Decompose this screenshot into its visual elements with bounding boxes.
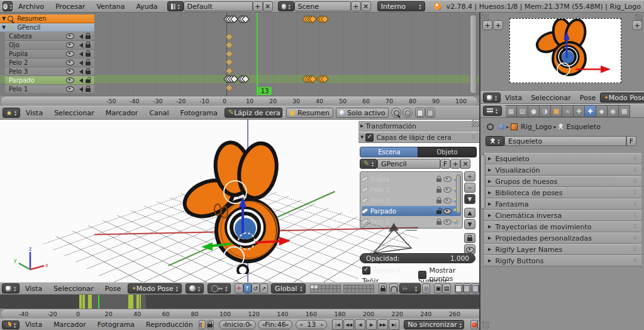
- visibility-eye-icon[interactable]: [66, 69, 74, 74]
- mute-speaker-icon[interactable]: [77, 52, 83, 57]
- tab-scene[interactable]: ●: [528, 105, 540, 117]
- panel-drag-dots[interactable]: ⠿: [633, 235, 638, 241]
- screen-layout-icon-button[interactable]: [167, 1, 184, 11]
- menu-archivo[interactable]: Archivo: [18, 3, 44, 11]
- panel-esqueleto[interactable]: ▶Esqueleto⠿: [484, 153, 641, 164]
- tab-modifiers[interactable]: ✚: [574, 105, 585, 117]
- visibility-eye-icon[interactable]: [66, 33, 74, 39]
- viewport-shading-select[interactable]: [186, 283, 204, 293]
- panel-visualizacion[interactable]: ▶Visualización⠿: [484, 164, 641, 176]
- expand-triangle-icon[interactable]: ▼: [2, 25, 6, 30]
- copy-keyframes-button[interactable]: [415, 108, 425, 118]
- panel-rigify-buttons[interactable]: ▶Rigify Buttons⠿: [484, 255, 641, 266]
- panel-trayectorias-de-movimiento[interactable]: ▶Trayectorias de movimiento⠿: [484, 221, 641, 232]
- add-layout-button[interactable]: +: [253, 1, 263, 11]
- menu-ayuda[interactable]: Ayuda: [136, 3, 158, 11]
- mute-speaker-icon[interactable]: [77, 60, 83, 65]
- scene-name-field[interactable]: Scene: [294, 1, 351, 11]
- armature-name-field[interactable]: Esqueleto: [504, 136, 626, 146]
- properties-scrollbar[interactable]: [480, 154, 486, 209]
- lock-icon[interactable]: [86, 53, 91, 57]
- expand-region-button-2[interactable]: +: [493, 20, 503, 30]
- increment-arrow-icon[interactable]: ▸: [321, 322, 323, 327]
- channel-ojo[interactable]: Ojo: [5, 41, 94, 50]
- mute-speaker-icon[interactable]: [77, 43, 83, 48]
- panel-drag-dots[interactable]: ⠿: [633, 258, 638, 264]
- channel-parpado[interactable]: Parpado: [5, 76, 94, 85]
- gpencil-layer-list[interactable]: Pupila Pelo 2 Pelo 3 Parpado Pelo 1: [360, 171, 463, 229]
- region-corner-handle[interactable]: [635, 14, 643, 21]
- menu-marcador[interactable]: Marcador: [53, 321, 86, 329]
- sync-mode-select[interactable]: No sincronizar: [404, 320, 464, 329]
- channel-gpencil[interactable]: ▼ GPencil: [0, 23, 94, 32]
- toggle-only-active-button[interactable]: Solo activo: [336, 108, 389, 118]
- snap-toggle-button[interactable]: [389, 283, 397, 293]
- panel-biblioteca-de-poses[interactable]: ▶Biblioteca de poses⠿: [484, 187, 641, 198]
- decrement-arrow-icon[interactable]: ◂: [299, 322, 302, 327]
- menu-seleccionar[interactable]: Seleccionar: [531, 94, 571, 102]
- panel-drag-dots[interactable]: ⠿: [633, 212, 638, 219]
- menu-seleccionar[interactable]: Seleccionar: [53, 285, 94, 293]
- add-layer-button[interactable]: +: [464, 171, 475, 181]
- pin-icon[interactable]: [487, 123, 494, 130]
- editor-type-button-timeline[interactable]: [2, 321, 19, 329]
- breadcrumb-object-name[interactable]: Rig_Logo: [521, 123, 552, 131]
- pivot-center-select[interactable]: ↔: [208, 283, 231, 293]
- render-opengl-anim-button[interactable]: ▤: [442, 283, 450, 293]
- menu-procesar[interactable]: Procesar: [55, 3, 85, 11]
- move-layer-up-button[interactable]: ▲: [464, 208, 475, 218]
- render-engine-select[interactable]: Interno: [377, 1, 425, 11]
- viewport-3d[interactable]: z x y ▶ Transformación ⠿ ▼ Capas de lápi…: [0, 120, 479, 282]
- dopesheet-mode-select[interactable]: Lápiz de cera: [225, 108, 282, 118]
- toggle-summary-button[interactable]: Resumen: [286, 108, 333, 118]
- breadcrumb-data-name[interactable]: Esqueleto: [567, 123, 601, 131]
- lock-all-button[interactable]: [464, 233, 475, 243]
- layer-list-scrollbar[interactable]: [456, 174, 461, 213]
- panel-drag-dots[interactable]: ⠿: [633, 178, 638, 185]
- fake-user-button[interactable]: F: [626, 136, 636, 146]
- increment-arrow-icon[interactable]: ▸: [286, 322, 289, 327]
- transform-orientation-select[interactable]: Global: [271, 283, 306, 293]
- tab-bone[interactable]: ◆: [596, 105, 608, 117]
- region-corner-handle[interactable]: [482, 14, 489, 21]
- preview-range-button[interactable]: [199, 320, 206, 329]
- eye-icon[interactable]: [443, 208, 452, 214]
- snap-element-select[interactable]: ⊦⊦: [399, 283, 421, 293]
- gpencil-datablock-icon-button[interactable]: [360, 159, 377, 169]
- mute-speaker-icon[interactable]: [77, 87, 83, 92]
- jump-to-end-button[interactable]: ▶|: [389, 319, 399, 330]
- move-layer-down-button[interactable]: ▼: [464, 219, 475, 229]
- paste-keyframes-button[interactable]: [425, 108, 435, 118]
- menu-seleccionar[interactable]: Seleccionar: [54, 109, 94, 117]
- panel-drag-dots[interactable]: ⠿: [633, 156, 638, 162]
- channel-pupila[interactable]: Pupila: [5, 50, 94, 59]
- keyframe-diamond[interactable]: [225, 67, 233, 75]
- lock-icon[interactable]: [86, 35, 91, 39]
- menu-fotograma[interactable]: Fotograma: [97, 321, 135, 329]
- channel-cabeza[interactable]: Cabeza: [5, 32, 94, 41]
- channel-pelo2[interactable]: Pelo 2: [5, 59, 94, 67]
- remove-layer-button[interactable]: −: [464, 183, 475, 193]
- delete-scene-button[interactable]: ✕: [361, 1, 371, 11]
- collapse-triangle-icon[interactable]: ▶: [360, 123, 364, 128]
- eye-icon[interactable]: [443, 187, 452, 193]
- menu-marcador[interactable]: Marcador: [106, 109, 138, 117]
- filter-circle-button[interactable]: [402, 108, 413, 118]
- keyframe-diamond[interactable]: [225, 33, 233, 41]
- menu-ventana[interactable]: Ventana: [96, 3, 125, 11]
- interaction-mode-select[interactable]: ✦ Modo Pose: [128, 283, 181, 293]
- lock-icon[interactable]: [436, 189, 441, 193]
- armature-layers-grid-1[interactable]: [311, 285, 340, 292]
- armature-layers-grid-2[interactable]: [344, 285, 374, 292]
- editor-type-button-preview[interactable]: [483, 93, 501, 103]
- keyframe-diamond[interactable]: [225, 41, 233, 49]
- menu-vista[interactable]: Vista: [26, 109, 43, 117]
- next-keyframe-button[interactable]: ▶▶: [377, 319, 388, 330]
- copy-pose-button[interactable]: [455, 283, 463, 293]
- manipulator-toggle-button[interactable]: ✛: [235, 283, 243, 293]
- region-corner-handle[interactable]: [472, 120, 479, 127]
- region-corner-handle[interactable]: [482, 321, 489, 329]
- panel-checkbox[interactable]: [365, 134, 374, 142]
- eye-icon[interactable]: [443, 198, 452, 203]
- xray-checkbox[interactable]: Rayos X: [362, 266, 401, 275]
